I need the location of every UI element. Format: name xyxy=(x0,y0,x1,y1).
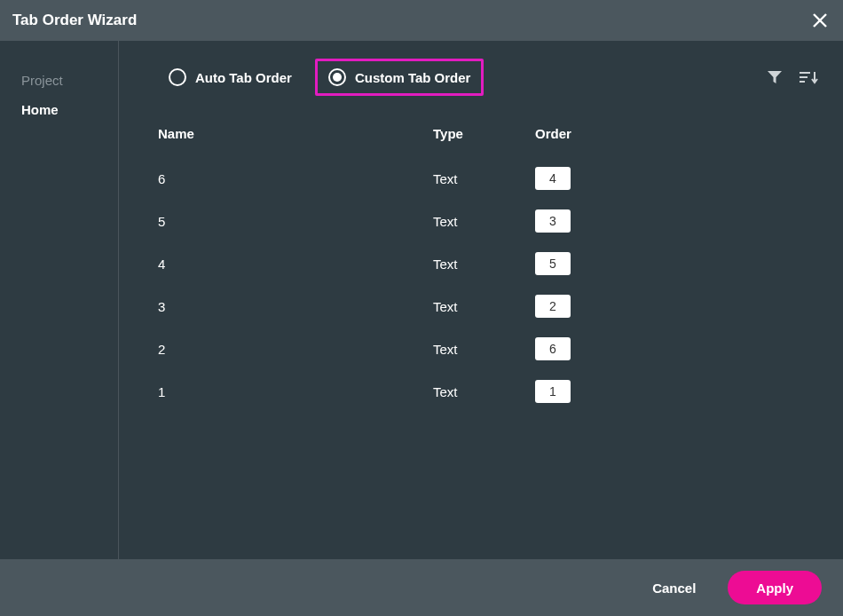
table-row: 6 Text xyxy=(158,157,818,200)
apply-button[interactable]: Apply xyxy=(728,571,822,604)
table-row: 3 Text xyxy=(158,285,818,328)
radio-auto-tab-order[interactable]: Auto Tab Order xyxy=(158,61,303,93)
radio-custom-tab-order[interactable]: Custom Tab Order xyxy=(315,59,485,96)
cell-name: 4 xyxy=(158,257,433,272)
footer: Cancel Apply xyxy=(0,559,843,616)
cancel-button[interactable]: Cancel xyxy=(642,573,706,603)
table-header: Name Type Order xyxy=(158,119,818,157)
sort-button[interactable] xyxy=(799,69,818,85)
order-input[interactable] xyxy=(535,167,571,190)
radio-label: Auto Tab Order xyxy=(195,70,292,85)
sidebar-item-home[interactable]: Home xyxy=(0,95,118,124)
column-header-order: Order xyxy=(535,126,624,141)
sidebar-item-label: Home xyxy=(21,102,59,117)
sidebar-item-label: Project xyxy=(21,73,63,88)
cell-order xyxy=(535,167,624,190)
radio-label: Custom Tab Order xyxy=(355,70,471,85)
titlebar: Tab Order Wizard xyxy=(0,0,843,41)
close-icon xyxy=(812,12,828,28)
cell-order xyxy=(535,337,624,360)
cell-type: Text xyxy=(433,214,535,229)
cell-name: 5 xyxy=(158,214,433,229)
cell-type: Text xyxy=(433,257,535,272)
cell-type: Text xyxy=(433,384,535,399)
sidebar: Project Home xyxy=(0,41,119,559)
table-row: 1 Text xyxy=(158,370,818,413)
column-header-name: Name xyxy=(158,126,433,141)
table-row: 5 Text xyxy=(158,200,818,242)
sidebar-item-project[interactable]: Project xyxy=(0,66,118,95)
mode-row: Auto Tab Order Custom Tab Order xyxy=(158,59,818,96)
cell-name: 3 xyxy=(158,299,433,314)
column-header-type: Type xyxy=(433,126,535,141)
order-input[interactable] xyxy=(535,337,571,360)
cell-order xyxy=(535,209,624,233)
cell-order xyxy=(535,380,624,403)
order-input[interactable] xyxy=(535,380,571,403)
cell-name: 6 xyxy=(158,171,433,186)
toolbar-icons xyxy=(767,69,818,85)
order-input[interactable] xyxy=(535,252,571,275)
close-button[interactable] xyxy=(809,10,831,31)
order-input[interactable] xyxy=(535,209,571,233)
cell-name: 2 xyxy=(158,342,433,357)
cell-type: Text xyxy=(433,299,535,314)
body-area: Project Home Auto Tab Order Custom Tab O… xyxy=(0,41,843,559)
radio-dot-icon xyxy=(333,73,342,82)
sort-icon xyxy=(799,69,818,85)
cell-type: Text xyxy=(433,171,535,186)
svg-marker-2 xyxy=(768,71,782,83)
cell-name: 1 xyxy=(158,384,433,399)
cell-type: Text xyxy=(433,342,535,357)
table-row: 4 Text xyxy=(158,242,818,285)
order-input[interactable] xyxy=(535,295,571,318)
table-body: 6 Text 5 Text 4 Text 3 xyxy=(158,157,818,413)
cell-order xyxy=(535,252,624,275)
mode-options: Auto Tab Order Custom Tab Order xyxy=(158,59,484,96)
cell-order xyxy=(535,295,624,318)
radio-icon xyxy=(169,68,186,86)
filter-button[interactable] xyxy=(767,69,783,85)
main-panel: Auto Tab Order Custom Tab Order xyxy=(119,41,843,559)
radio-icon xyxy=(328,68,346,86)
filter-icon xyxy=(767,69,783,85)
table-row: 2 Text xyxy=(158,328,818,370)
dialog-title: Tab Order Wizard xyxy=(12,12,137,29)
